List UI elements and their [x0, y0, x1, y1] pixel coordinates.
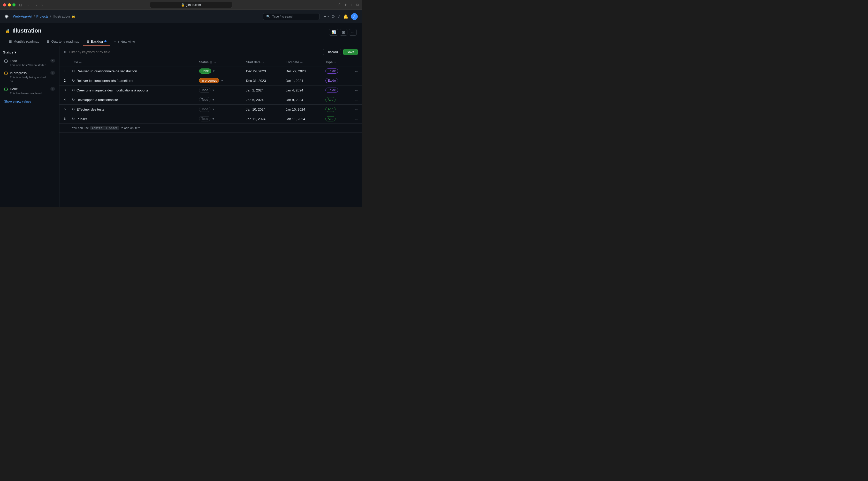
row-status[interactable]: Done ▾ [196, 66, 243, 76]
sidebar-item-done[interactable]: Done This has been completed 1 [3, 86, 56, 97]
tab-monthly-roadmap[interactable]: ☰ Monthly roadmap [5, 37, 43, 46]
title-col-options[interactable]: ··· [79, 60, 82, 64]
row-menu-icon[interactable]: ··· [354, 69, 359, 74]
sidebar-item-in-progress[interactable]: In progress This is actively being worke… [3, 69, 56, 85]
sidebar-section-title[interactable]: Status ▾ [3, 51, 56, 54]
breadcrumb-projects[interactable]: Projects [36, 14, 49, 18]
row-menu-icon[interactable]: ··· [354, 98, 359, 102]
view-actions: 📊 ⊞ ··· [329, 29, 357, 36]
row-title: ↻Développer la fonctionnalité [69, 95, 196, 105]
type-badge: App [326, 116, 336, 121]
row-start-date: Dec 29, 2023 [243, 66, 282, 76]
status-col-icon: ⊞ [210, 60, 213, 64]
table-row[interactable]: 1↻Réaliser un questionnaire de satisfact… [59, 66, 362, 76]
end-date-col-options[interactable]: ··· [300, 60, 303, 64]
row-start-date: Jan 5, 2024 [243, 95, 282, 105]
row-actions[interactable]: ··· [351, 95, 362, 105]
row-actions[interactable]: ··· [351, 114, 362, 124]
tab-quarterly-roadmap[interactable]: ☰ Quarterly roadmap [43, 37, 83, 46]
new-view-button[interactable]: ＋ + New view [110, 37, 138, 46]
row-menu-icon[interactable]: ··· [354, 78, 359, 83]
task-title-text: Développer la fonctionnalité [76, 98, 118, 102]
avatar[interactable]: A [351, 13, 358, 20]
type-badge: App [326, 97, 336, 102]
row-status[interactable]: Todo ▾ [196, 114, 243, 124]
discard-button[interactable]: Discard [323, 49, 341, 55]
github-search[interactable]: 🔍 Type / to search [263, 13, 320, 20]
maximize-button[interactable] [12, 3, 16, 6]
row-actions[interactable]: ··· [351, 105, 362, 114]
row-number: 1 [59, 66, 69, 76]
sidebar-item-done-count: 1 [51, 87, 55, 91]
close-button[interactable] [3, 3, 6, 6]
add-item-row[interactable]: ＋ You can use Control + Space to add an … [59, 124, 362, 132]
project-lock-icon: 🔒 [5, 28, 10, 33]
type-badge: Etude [326, 88, 338, 93]
status-dropdown[interactable]: ▾ [212, 97, 215, 102]
browser-controls: ‹ › [35, 2, 44, 7]
show-empty-values[interactable]: Show empty values [3, 99, 56, 104]
create-new-button[interactable]: ＋ ▾ [323, 14, 329, 19]
minimize-button[interactable] [8, 3, 11, 6]
tab-backlog[interactable]: ⊞ Backlog [83, 37, 110, 46]
table-row[interactable]: 5↻Effectuer des testsTodo ▾Jan 10, 2024J… [59, 105, 362, 114]
url-input[interactable] [150, 2, 232, 8]
row-menu-icon[interactable]: ··· [354, 107, 359, 112]
sidebar-icon[interactable]: ⧉ [356, 3, 359, 7]
row-status[interactable]: In progress ▾ [196, 76, 243, 86]
status-col-options[interactable]: ··· [214, 60, 216, 64]
table-row[interactable]: 6↻PublierTodo ▾Jan 11, 2024Jan 11, 2024A… [59, 114, 362, 124]
chart-view-button[interactable]: 📊 [329, 29, 338, 36]
table-area[interactable]: ⚙ Discard Save Title ··· [59, 46, 362, 207]
row-type: App [322, 105, 351, 114]
type-col-options[interactable]: ··· [334, 60, 336, 64]
share-icon[interactable]: ⬆ [344, 3, 347, 7]
table-row[interactable]: 3↻Créer une maquette des modifications à… [59, 86, 362, 95]
row-actions[interactable]: ··· [351, 86, 362, 95]
pull-requests-icon[interactable]: ⤢ [337, 14, 341, 19]
status-dropdown[interactable]: ▾ [220, 78, 224, 83]
notifications-icon[interactable]: 🔔 [343, 14, 348, 19]
row-status[interactable]: Todo ▾ [196, 86, 243, 95]
more-options-button[interactable]: ··· [349, 29, 357, 36]
row-status[interactable]: Todo ▾ [196, 105, 243, 114]
row-status[interactable]: Todo ▾ [196, 95, 243, 105]
col-type: Type ··· [322, 58, 351, 66]
start-date-col-options[interactable]: ··· [261, 60, 264, 64]
row-actions[interactable]: ··· [351, 76, 362, 86]
browser-actions: ⏱ ⬆ ＋ ⧉ [338, 3, 359, 7]
filter-input[interactable] [69, 50, 320, 54]
issues-icon[interactable]: ⊙ [331, 14, 335, 19]
forward-icon[interactable]: › [40, 2, 44, 7]
in-progress-status-dot [4, 71, 8, 75]
history-icon[interactable]: ⏱ [338, 3, 342, 7]
sidebar-item-todo[interactable]: Todo This item hasn't been started 4 [3, 57, 56, 68]
add-item-plus[interactable]: ＋ [59, 124, 69, 132]
browser-chrome: ⊟ ⌄ ‹ › ⏱ ⬆ ＋ ⧉ [0, 0, 362, 10]
sidebar-toggle-button[interactable]: ⊟ [18, 2, 24, 7]
status-dropdown[interactable]: ▾ [212, 88, 215, 93]
table-row[interactable]: 2↻Relever les fonctionnalités à améliore… [59, 76, 362, 86]
status-dropdown[interactable]: ▾ [212, 117, 215, 121]
back-icon[interactable]: ‹ [35, 2, 38, 7]
table-view-button[interactable]: ⊞ [340, 29, 347, 36]
row-menu-icon[interactable]: ··· [354, 117, 359, 121]
breadcrumb-org[interactable]: Web-App-Art [13, 14, 32, 18]
row-menu-icon[interactable]: ··· [354, 88, 359, 93]
row-start-date: Jan 11, 2024 [243, 114, 282, 124]
type-col-label: Type [326, 60, 333, 64]
address-bar [46, 2, 336, 8]
add-tab-icon[interactable]: ＋ [350, 3, 353, 7]
lock-icon: 🔒 [71, 14, 75, 18]
status-dropdown[interactable]: ▾ [212, 107, 215, 111]
table-row[interactable]: 4↻Développer la fonctionnalitéTodo ▾Jan … [59, 95, 362, 105]
status-badge: In progress [199, 78, 219, 83]
task-icon: ↻ [72, 107, 75, 111]
task-icon: ↻ [72, 78, 75, 83]
row-actions[interactable]: ··· [351, 66, 362, 76]
chevron-down-icon[interactable]: ⌄ [26, 2, 31, 7]
add-item-text: You can use [72, 126, 89, 130]
row-title: ↻Effectuer des tests [69, 105, 196, 114]
status-dropdown[interactable]: ▾ [212, 69, 216, 73]
save-button[interactable]: Save [343, 49, 358, 55]
